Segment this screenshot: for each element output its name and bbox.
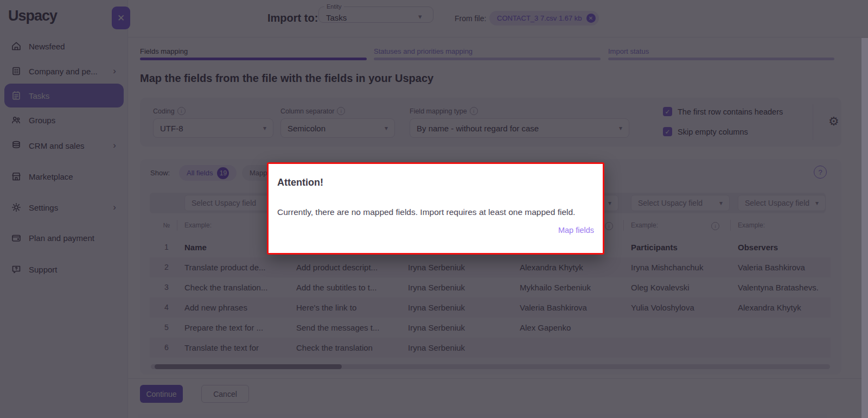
attention-modal: Attention! Currently, there are no mappe… [267,162,604,255]
app-root: Import to: Entity Tasks ▾ From file: CON… [0,0,868,418]
map-fields-link[interactable]: Map fields [558,226,594,235]
modal-title: Attention! [277,177,323,188]
vertical-scrollbar[interactable] [861,38,868,418]
modal-body-text: Currently, there are no mapped fields. I… [277,207,575,217]
